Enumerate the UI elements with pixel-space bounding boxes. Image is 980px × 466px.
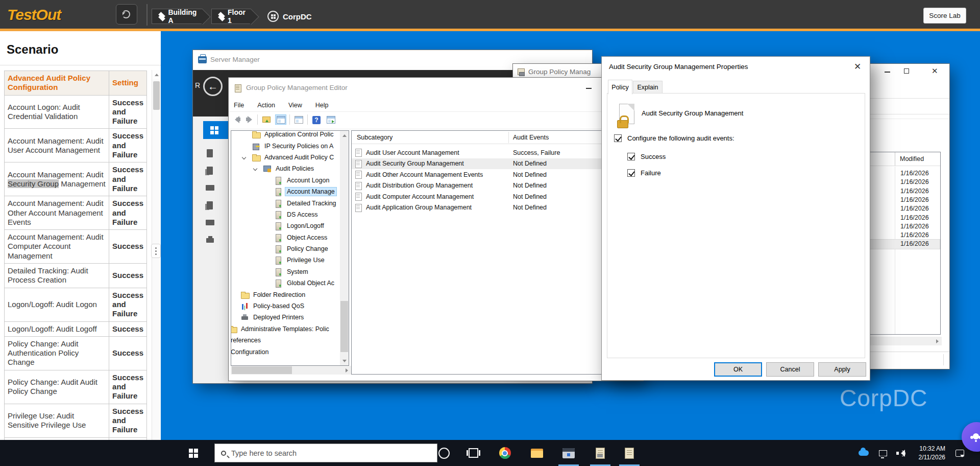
tree-item[interactable]: IP Security Policies on A [231, 140, 341, 151]
tree-item[interactable]: System [231, 266, 341, 277]
list-row[interactable]: Audit User Account ManagementSuccess, Fa… [352, 147, 642, 158]
refresh-button[interactable] [116, 4, 137, 25]
tree-item[interactable]: references [231, 335, 341, 346]
start-button[interactable] [181, 440, 206, 466]
tree-item[interactable]: Deployed Printers [231, 312, 341, 323]
back-arrow-icon[interactable]: ← [203, 77, 223, 96]
print-services-icon[interactable] [205, 235, 215, 245]
failure-checkbox[interactable] [627, 169, 635, 177]
menu-action[interactable]: Action [257, 102, 275, 109]
back-icon[interactable] [233, 116, 242, 123]
gpme-task-button[interactable] [618, 440, 641, 466]
minimize-icon[interactable] [885, 72, 890, 73]
search-placeholder: Type here to search [231, 449, 297, 457]
menu-view[interactable]: View [288, 102, 302, 109]
table-row: Policy Change: Audit Authentication Poli… [5, 336, 147, 370]
menu-help[interactable]: Help [315, 102, 329, 109]
tree-vertical-scrollbar[interactable] [340, 131, 349, 365]
list-row-selected[interactable]: Audit Security Group ManagementNot Defin… [352, 158, 642, 170]
tree-item[interactable]: DS Access [231, 209, 341, 220]
help-icon[interactable]: ? [311, 114, 322, 125]
toolbar: ? [233, 114, 336, 125]
breadcrumb-floor[interactable]: Floor 1 [211, 9, 251, 24]
minimize-icon[interactable] [586, 88, 592, 89]
tree-item-selected[interactable]: Account Manage [231, 186, 341, 197]
audit-events-column-header[interactable]: Audit Events [513, 134, 549, 141]
cortana-button[interactable] [432, 440, 456, 466]
scrollbar-thumb[interactable] [153, 81, 160, 110]
tree-item[interactable]: Logon/Logoff [231, 220, 341, 231]
list-row[interactable]: Audit Application Group ManagementNot De… [352, 202, 642, 214]
cancel-button[interactable]: Cancel [766, 362, 814, 377]
success-checkbox[interactable] [627, 153, 635, 160]
menu-file[interactable]: File [234, 102, 244, 109]
dashboard-tile-icon[interactable] [203, 121, 229, 139]
clock[interactable]: 10:32 AM 2/11/2026 [913, 445, 945, 462]
scroll-right-icon[interactable] [933, 337, 942, 345]
policy-group-icon [274, 199, 283, 207]
list-row[interactable]: Audit Distribution Group ManagementNot D… [352, 180, 642, 192]
panel-splitter-grip[interactable] [151, 244, 161, 258]
tree-item[interactable]: Audit Policies [231, 163, 341, 174]
tree-item[interactable]: Folder Redirection [231, 289, 341, 300]
tree-item[interactable]: Configuration [231, 346, 341, 357]
list-row[interactable]: Audit Computer Account ManagementNot Def… [352, 191, 642, 202]
server-manager-task-button[interactable] [557, 440, 580, 466]
running-indicator [619, 464, 640, 466]
show-console-tree-icon[interactable] [275, 114, 286, 125]
apply-button[interactable]: Apply [818, 362, 866, 377]
configure-checkbox[interactable] [614, 134, 622, 142]
window-title: Server Manager [210, 56, 260, 63]
tree-item[interactable]: Account Logon [231, 175, 341, 186]
properties-icon[interactable] [293, 114, 304, 125]
tree-item[interactable]: Policy Change [231, 243, 341, 254]
chevron-down-icon[interactable] [253, 167, 257, 171]
tab-policy[interactable]: Policy [608, 80, 632, 95]
local-server-icon[interactable] [205, 148, 215, 158]
volume-tray[interactable] [896, 440, 905, 466]
tree-item[interactable]: Administrative Templates: Polic [231, 323, 341, 335]
table-row: Account Management: Audit User Account M… [5, 129, 147, 162]
maximize-icon[interactable] [904, 68, 909, 74]
onedrive-tray[interactable] [859, 440, 869, 466]
tab-explain[interactable]: Explain [633, 81, 663, 94]
gpmc-task-button[interactable] [589, 440, 612, 466]
export-list-icon[interactable] [325, 114, 336, 125]
scroll-up-icon[interactable] [340, 131, 349, 139]
all-servers-icon[interactable] [205, 166, 215, 176]
forward-icon[interactable] [245, 116, 254, 123]
file-storage-icon[interactable] [205, 183, 215, 193]
scroll-down-icon[interactable] [340, 357, 349, 365]
score-lab-button[interactable]: Score Lab [923, 8, 966, 24]
tree-item[interactable]: Application Control Polic [231, 130, 341, 140]
task-view-button[interactable] [461, 440, 485, 466]
tree-item[interactable]: Object Access [231, 232, 341, 243]
tree-item[interactable]: Detailed Tracking [231, 197, 341, 208]
tree-horizontal-scrollbar[interactable] [231, 366, 351, 375]
list-row[interactable]: Audit Other Account Management EventsNot… [352, 169, 642, 180]
chrome-button[interactable] [493, 440, 517, 466]
ad-services-icon[interactable] [205, 200, 215, 211]
ok-button[interactable]: OK [714, 362, 762, 377]
file-explorer-button[interactable] [525, 440, 549, 466]
dns-icon[interactable] [205, 218, 215, 228]
tree-item[interactable]: Global Object Ac [231, 277, 341, 289]
tree-item[interactable]: Advanced Audit Policy C [231, 152, 341, 163]
up-one-level-icon[interactable] [261, 114, 272, 125]
network-tray[interactable] [879, 440, 887, 466]
scenario-scrollbar[interactable] [152, 70, 160, 466]
search-input[interactable]: Type here to search [214, 444, 437, 462]
tree-item[interactable]: Policy-based QoS [231, 300, 341, 312]
close-icon[interactable]: ✕ [932, 67, 938, 75]
subcategory-column-header[interactable]: Subcategory [357, 134, 393, 141]
scroll-up-icon[interactable] [152, 70, 161, 79]
scroll-right-icon[interactable] [342, 366, 351, 375]
policy-column-header: Advanced Audit Policy Configuration [5, 71, 109, 96]
modified-column-header[interactable]: Modified [900, 155, 924, 162]
breadcrumb-building[interactable]: Building A [152, 9, 203, 24]
lock-document-icon [617, 104, 638, 128]
breadcrumb-corpdc[interactable]: CorpDC [267, 9, 312, 24]
tree-item[interactable]: Privilege Use [231, 254, 341, 266]
chevron-down-icon[interactable] [242, 155, 246, 159]
close-icon[interactable]: ✕ [854, 62, 861, 71]
